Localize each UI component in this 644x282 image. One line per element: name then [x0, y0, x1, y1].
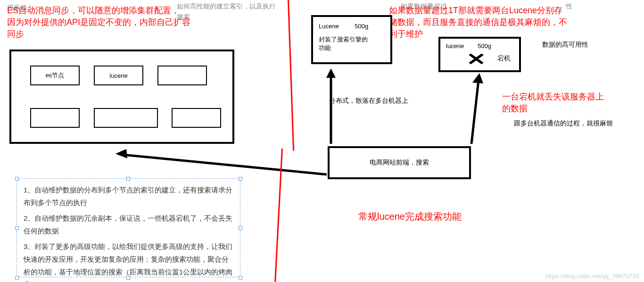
lucene2-size: 500g — [478, 42, 491, 50]
es-node-5 — [94, 108, 158, 128]
svg-marker-5 — [116, 149, 127, 158]
frontend-box: 电商网站前端，搜索 — [328, 146, 471, 179]
handle-bc[interactable] — [126, 276, 130, 280]
frontend-label: 电商网站前端，搜索 — [370, 158, 429, 167]
es-node-3 — [157, 66, 207, 85]
red-es-sync: ES自动消息同步，可以随意的增添集群配置， 因为对外提供的API是固定不变的，内… — [7, 5, 190, 41]
red-lucene-problem: 如果数据量超过1T那就需要两台Lucene分别存 储数据，而且服务直接的通信是极… — [389, 5, 567, 41]
red-data-loss: 一台宕机就丢失该服务器上 的数据 — [502, 91, 604, 115]
lucene1-desc2: 功能 — [319, 44, 385, 52]
handle-bl[interactable] — [15, 276, 19, 280]
svg-marker-3 — [472, 73, 483, 83]
handle-mr[interactable] — [239, 226, 242, 230]
handle-tr[interactable] — [239, 177, 242, 181]
note-line-1: 1、自动维护数据的分布到多个节点的索引的建立，还有搜索请求分布到多个节点的执行 — [24, 183, 233, 209]
handle-ml[interactable] — [15, 226, 19, 230]
red-lucene-search: 常规lucene完成搜索功能 — [358, 210, 462, 223]
x-mark-icon: ✕ — [466, 50, 486, 69]
red-divider-2 — [274, 149, 283, 282]
lucene1-desc1: 封装了搜索引擎的 — [319, 35, 385, 44]
handle-tl[interactable] — [15, 177, 19, 181]
lucene2-title: lucene — [446, 42, 464, 50]
es-node-4 — [30, 108, 80, 128]
es-node-2: lucene — [94, 66, 143, 85]
notes-box[interactable]: 1、自动维护数据的分布到多个节点的索引的建立，还有搜索请求分布到多个节点的执行 … — [17, 178, 240, 277]
label-distributed: 分布式，散落在多台机器上 — [329, 97, 408, 105]
es-node-6 — [172, 108, 221, 128]
label-multi-comm: 跟多台机器通信的过程，就很麻烦 — [514, 119, 613, 128]
note-line-2: 2、自动维护数据的冗余副本，保证说，一些机器宕机了，不会丢失任何的数据 — [24, 212, 233, 237]
svg-line-2 — [471, 80, 479, 144]
handle-tc[interactable] — [126, 177, 130, 181]
lucene-box-1: Lucene 500g 封装了搜索引擎的 功能 — [311, 15, 392, 64]
label-data-ha: 数据的高可用性 — [542, 41, 588, 49]
svg-marker-1 — [326, 68, 336, 78]
es-node-1: es节点 — [30, 66, 80, 85]
lucene2-status: 宕机 — [497, 54, 511, 63]
es-cluster-box: es节点 lucene — [9, 50, 234, 144]
bg-text-2: 如何高性能的建立索引，以及执行 — [177, 2, 276, 11]
svg-line-4 — [123, 155, 327, 174]
red-divider-1 — [288, 0, 294, 151]
lucene1-title: Lucene — [319, 23, 339, 30]
watermark: https://blog.csdn.net/qq_39470733 — [545, 273, 640, 280]
handle-br[interactable] — [239, 276, 242, 280]
lucene1-size: 500g — [355, 23, 368, 30]
